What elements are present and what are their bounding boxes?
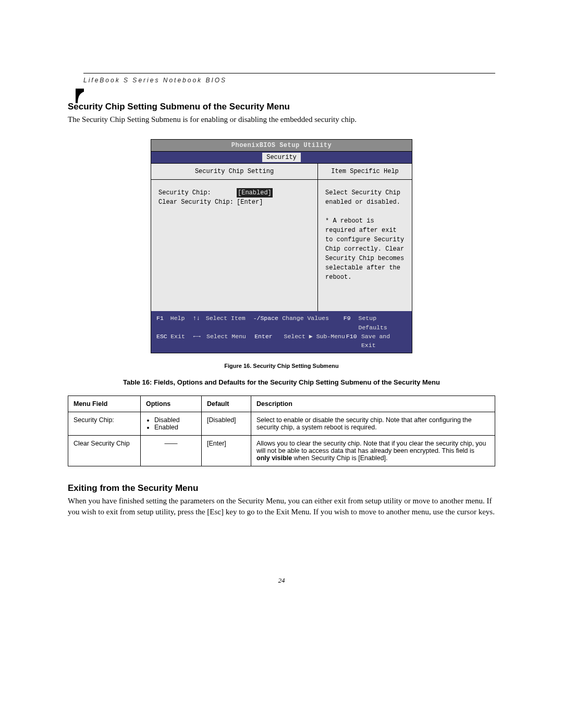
figure-caption: Figure 16. Security Chip Setting Submenu bbox=[68, 363, 495, 369]
bios-label: Security Chip: bbox=[158, 188, 237, 198]
bios-key-f1: F1 bbox=[156, 314, 170, 332]
running-head: LifeBook S Series Notebook BIOS bbox=[83, 77, 495, 84]
bios-action-help: Help bbox=[170, 314, 193, 332]
bios-key-space: -/Space bbox=[253, 314, 283, 332]
bios-tab-security: Security bbox=[262, 153, 301, 162]
bios-title: PhoenixBIOS Setup Utility bbox=[151, 140, 412, 152]
page-number: 24 bbox=[0, 576, 563, 585]
bios-key-arrows-h: ←→ bbox=[193, 332, 206, 350]
corner-ornament bbox=[76, 89, 84, 103]
desc-text: when Security Chip is [Enabled]. bbox=[292, 454, 387, 462]
table-caption: Table 16: Fields, Options and Defaults f… bbox=[68, 378, 495, 386]
bios-action-save: Save and Exit bbox=[361, 332, 407, 350]
bios-tab-row: Security bbox=[151, 152, 412, 164]
cell-menu: Security Chip: bbox=[68, 412, 141, 436]
cell-options: Disabled Enabled bbox=[141, 412, 202, 436]
cell-description: Select to enable or disable the security… bbox=[251, 412, 495, 436]
section-heading: Security Chip Setting Submenu of the Sec… bbox=[68, 102, 495, 112]
cell-options: —— bbox=[141, 436, 202, 466]
desc-text: Allows you to clear the security chip. N… bbox=[256, 440, 486, 454]
section-body: The Security Chip Setting Submenu is for… bbox=[68, 114, 495, 125]
th-menu-field: Menu Field bbox=[68, 396, 141, 412]
bios-key-f10: F10 bbox=[346, 332, 361, 350]
cell-menu: Clear Security Chip bbox=[68, 436, 141, 466]
bios-action-change: Change Values bbox=[282, 314, 344, 332]
th-options: Options bbox=[141, 396, 202, 412]
bios-action-select-item: Select Item bbox=[206, 314, 253, 332]
exit-heading: Exiting from the Security Menu bbox=[68, 483, 495, 493]
option-item: Disabled bbox=[154, 416, 196, 424]
bios-key-esc: ESC bbox=[156, 332, 170, 350]
option-item: Enabled bbox=[154, 424, 196, 431]
header-rule bbox=[83, 73, 495, 73]
bios-row-security-chip: Security Chip: [Enabled] bbox=[158, 188, 310, 198]
cell-default: [Disabled] bbox=[202, 412, 251, 436]
cell-default: [Enter] bbox=[202, 436, 251, 466]
bios-main-heading: Security Chip Setting bbox=[151, 164, 317, 180]
table-row: Clear Security Chip —— [Enter] Allows yo… bbox=[68, 436, 495, 466]
bios-value: [Enter] bbox=[237, 198, 263, 207]
bios-action-exit: Exit bbox=[170, 332, 193, 350]
bios-key-f9: F9 bbox=[344, 314, 359, 332]
fields-table: Menu Field Options Default Description S… bbox=[68, 396, 495, 466]
em-dash-icon: —— bbox=[146, 440, 196, 447]
bios-label: Clear Security Chip: bbox=[158, 198, 237, 207]
table-header-row: Menu Field Options Default Description bbox=[68, 396, 495, 412]
bios-footer: F1 Help ↑↓ Select Item -/Space Change Va… bbox=[151, 311, 412, 353]
bios-help-text: Select Security Chip enabled or disabled… bbox=[318, 180, 412, 311]
bios-value-selected: [Enabled] bbox=[237, 188, 273, 198]
table-row: Security Chip: Disabled Enabled [Disable… bbox=[68, 412, 495, 436]
bios-action-select-menu: Select Menu bbox=[206, 332, 254, 350]
bios-action-submenu: Select ▶ Sub-Menu bbox=[284, 332, 346, 350]
bios-screenshot: PhoenixBIOS Setup Utility Security Secur… bbox=[151, 139, 412, 353]
bios-key-arrows-v: ↑↓ bbox=[193, 314, 206, 332]
cell-description: Allows you to clear the security chip. N… bbox=[251, 436, 495, 466]
bios-row-clear-chip: Clear Security Chip: [Enter] bbox=[158, 198, 310, 207]
th-default: Default bbox=[202, 396, 251, 412]
bios-key-enter: Enter bbox=[254, 332, 284, 350]
bios-action-defaults: Setup Defaults bbox=[359, 314, 407, 332]
bios-help-heading: Item Specific Help bbox=[318, 164, 412, 180]
th-description: Description bbox=[251, 396, 495, 412]
desc-bold: only visible bbox=[256, 454, 292, 462]
exit-body: When you have finished setting the param… bbox=[68, 496, 495, 517]
